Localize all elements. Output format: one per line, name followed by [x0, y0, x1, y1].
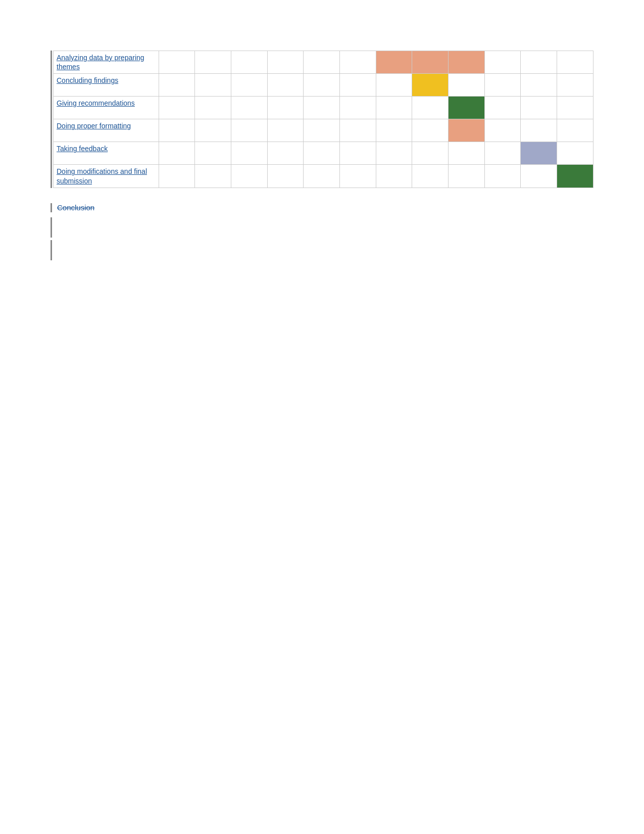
gantt-cell [267, 74, 304, 97]
gantt-cell [376, 119, 412, 142]
gantt-cell [159, 119, 195, 142]
gantt-cell [159, 74, 195, 97]
gantt-cell [484, 51, 521, 74]
gantt-cell [484, 119, 521, 142]
gantt-cell [521, 142, 557, 165]
gantt-cell [195, 119, 231, 142]
gantt-cell [557, 97, 593, 119]
gantt-cell [449, 165, 485, 188]
conclusion-link[interactable]: Conclusion [57, 203, 94, 212]
gantt-cell [304, 74, 340, 97]
gantt-cell [484, 142, 521, 165]
gantt-cell [557, 142, 593, 165]
table-row: Doing proper formatting [54, 119, 593, 142]
gantt-cell [159, 97, 195, 119]
gantt-cell [267, 97, 304, 119]
gantt-cell [376, 97, 412, 119]
gantt-cell [340, 165, 376, 188]
blank-line-2 [51, 240, 593, 260]
gantt-cell [449, 142, 485, 165]
gantt-cell [231, 74, 267, 97]
gantt-cell [376, 51, 412, 74]
gantt-cell [557, 165, 593, 188]
gantt-cell [412, 119, 449, 142]
gantt-cell [231, 142, 267, 165]
gantt-cell [159, 165, 195, 188]
row-label-cell: Taking feedback [54, 142, 159, 165]
gantt-cell [304, 51, 340, 74]
gantt-cell [449, 97, 485, 119]
row-label-cell: Giving recommendations [54, 97, 159, 119]
row-label-link[interactable]: Doing proper formatting [57, 121, 156, 130]
table-row: Taking feedback [54, 142, 593, 165]
row-label-link[interactable]: Giving recommendations [57, 99, 156, 108]
gantt-cell [195, 51, 231, 74]
gantt-cell [412, 97, 449, 119]
gantt-cell [557, 119, 593, 142]
gantt-cell [376, 165, 412, 188]
gantt-cell [267, 165, 304, 188]
gantt-cell [340, 142, 376, 165]
gantt-cell [267, 119, 304, 142]
row-label-cell: Analyzing data by preparing themes [54, 51, 159, 74]
gantt-cell [376, 142, 412, 165]
gantt-cell [412, 74, 449, 97]
row-label-cell: Concluding findings [54, 74, 159, 97]
row-label-link[interactable]: Doing modifications and final submission [57, 167, 156, 185]
gantt-cell [521, 74, 557, 97]
table-row: Concluding findings [54, 74, 593, 97]
gantt-cell [376, 74, 412, 97]
row-label-link[interactable]: Analyzing data by preparing themes [57, 53, 156, 71]
gantt-cell [557, 74, 593, 97]
gantt-cell [304, 97, 340, 119]
gantt-cell [267, 51, 304, 74]
gantt-cell [521, 51, 557, 74]
gantt-cell [195, 74, 231, 97]
gantt-cell [412, 51, 449, 74]
gantt-cell [340, 51, 376, 74]
gantt-cell [195, 97, 231, 119]
gantt-cell [231, 119, 267, 142]
gantt-cell [484, 165, 521, 188]
gantt-chart-container: Analyzing data by preparing themesConclu… [51, 51, 593, 188]
row-label-cell: Doing proper formatting [54, 119, 159, 142]
gantt-table: Analyzing data by preparing themesConclu… [53, 51, 593, 188]
gantt-cell [521, 97, 557, 119]
gantt-cell [231, 51, 267, 74]
table-row: Analyzing data by preparing themes [54, 51, 593, 74]
gantt-cell [159, 51, 195, 74]
gantt-cell [521, 119, 557, 142]
gantt-cell [484, 74, 521, 97]
gantt-cell [340, 119, 376, 142]
gantt-cell [304, 142, 340, 165]
gantt-cell [195, 142, 231, 165]
gantt-cell [231, 97, 267, 119]
conclusion-section: Conclusion [51, 203, 593, 212]
gantt-cell [159, 142, 195, 165]
row-label-cell: Doing modifications and final submission [54, 165, 159, 188]
gantt-cell [412, 165, 449, 188]
row-label-link[interactable]: Concluding findings [57, 76, 156, 85]
gantt-cell [557, 51, 593, 74]
gantt-cell [340, 74, 376, 97]
table-row: Doing modifications and final submission [54, 165, 593, 188]
gantt-cell [449, 119, 485, 142]
gantt-cell [340, 97, 376, 119]
gantt-cell [195, 165, 231, 188]
row-label-link[interactable]: Taking feedback [57, 144, 156, 153]
gantt-cell [267, 142, 304, 165]
blank-line-1 [51, 217, 593, 238]
gantt-cell [231, 165, 267, 188]
gantt-cell [521, 165, 557, 188]
gantt-cell [304, 119, 340, 142]
gantt-cell [304, 165, 340, 188]
gantt-cell [449, 74, 485, 97]
gantt-cell [449, 51, 485, 74]
gantt-cell [484, 97, 521, 119]
table-row: Giving recommendations [54, 97, 593, 119]
gantt-cell [412, 142, 449, 165]
